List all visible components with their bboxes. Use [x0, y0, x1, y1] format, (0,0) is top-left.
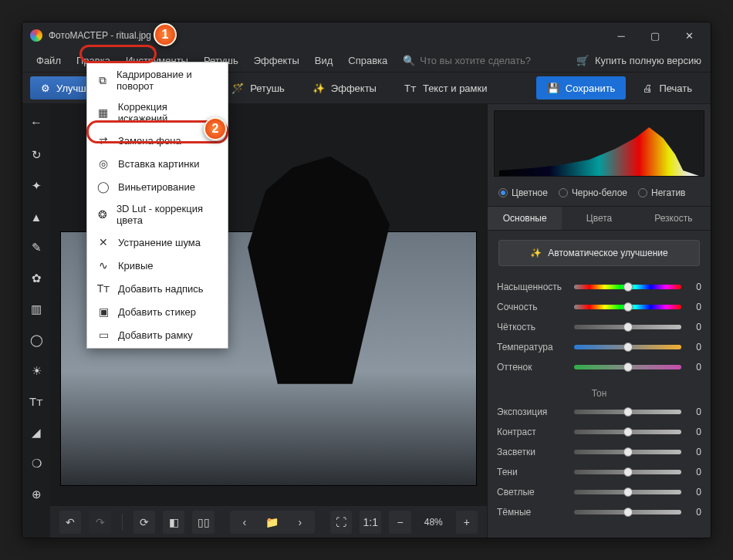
slider-value: 0 — [687, 467, 701, 477]
slider-row: Экспозиция0 — [497, 402, 701, 422]
dropdown-crop[interactable]: ⧉Кадрирование и поворот — [87, 64, 228, 96]
print-button[interactable]: 🖨 Печать — [632, 76, 703, 100]
slider-thumb[interactable] — [623, 363, 633, 372]
histogram — [494, 110, 704, 177]
back-button[interactable]: ← — [22, 110, 50, 135]
dropdown-item-label: 3D Lut - коррекция цвета — [117, 203, 218, 226]
fit-button[interactable]: ⛶ — [330, 511, 352, 534]
menu-help[interactable]: Справка — [340, 51, 395, 70]
auto-enhance-button[interactable]: ✨ Автоматическое улучшение — [498, 240, 700, 266]
dropdown-insert-image[interactable]: ◎Вставка картинки — [87, 152, 228, 175]
slider-label: Экспозиция — [497, 407, 568, 417]
dropdown-3dlut[interactable]: ❂3D Lut - коррекция цвета — [87, 198, 228, 231]
dropdown-vignette[interactable]: ◯Виньетирование — [87, 175, 228, 198]
slider-value: 0 — [687, 342, 701, 353]
compare-button[interactable]: ◧ — [163, 511, 184, 534]
tool-rotate-icon[interactable]: ↻ — [25, 144, 47, 166]
slider-label: Контраст — [497, 427, 568, 437]
tab-colors[interactable]: Цвета — [562, 207, 636, 230]
minimize-button[interactable]: ─ — [604, 24, 638, 47]
right-panel: Цветное Черно-белое Негатив Основные Цве… — [487, 104, 711, 538]
callout-1: 1 — [154, 23, 177, 46]
dropdown-item-label: Устранение шума — [118, 237, 201, 248]
slider-thumb[interactable] — [623, 447, 633, 457]
slider-track[interactable] — [574, 285, 681, 289]
dropdown-add-frame[interactable]: ▭Добавить рамку — [87, 323, 228, 346]
tool-target-icon[interactable]: ⊕ — [25, 484, 47, 505]
maximize-button[interactable]: ▢ — [638, 24, 672, 47]
radio-color[interactable]: Цветное — [498, 187, 548, 198]
slider-track[interactable] — [574, 470, 681, 474]
tool-sun-icon[interactable]: ☀ — [25, 360, 47, 382]
frame-icon: ▭ — [96, 328, 110, 342]
app-logo-icon — [30, 29, 42, 42]
slider-thumb[interactable] — [623, 487, 633, 497]
browse-button[interactable]: 📁 — [261, 511, 284, 534]
toolbar-text-button[interactable]: Tᴛ Текст и рамки — [394, 76, 498, 100]
menubar-search[interactable]: 🔍 Что вы хотите сделать? — [398, 55, 531, 66]
slider-row: Светлые0 — [497, 482, 701, 502]
radio-color-label: Цветное — [512, 187, 548, 198]
split-button[interactable]: ▯▯ — [192, 511, 214, 534]
save-button[interactable]: 💾 Сохранить — [536, 76, 627, 100]
close-button[interactable]: ✕ — [672, 24, 706, 47]
redo-button[interactable]: ↷ — [89, 511, 110, 534]
zoom-out-button[interactable]: − — [389, 511, 410, 534]
sticker-icon: ▣ — [96, 305, 110, 319]
tab-main[interactable]: Основные — [488, 207, 562, 230]
slider-row: Тени0 — [497, 462, 701, 482]
menu-view[interactable]: Вид — [307, 51, 341, 70]
tab-sharp[interactable]: Резкость — [637, 207, 711, 230]
buy-full-version-link[interactable]: 🛒 Купить полную версию — [576, 55, 704, 66]
slider-thumb[interactable] — [623, 427, 633, 437]
slider-track[interactable] — [574, 305, 681, 309]
tool-heal-icon[interactable]: ✦ — [25, 175, 47, 197]
tool-brush-icon[interactable]: ✎ — [25, 237, 47, 258]
slider-track[interactable] — [574, 365, 681, 369]
next-image-button[interactable]: › — [289, 511, 312, 534]
slider-label: Температура — [497, 342, 568, 353]
slider-thumb[interactable] — [623, 282, 633, 292]
tool-fill-icon[interactable]: ◢ — [25, 422, 47, 444]
refresh-button[interactable]: ⟳ — [133, 511, 155, 534]
callout-2: 2 — [204, 117, 227, 140]
toolbar-effects-button[interactable]: ✨ Эффекты — [302, 76, 387, 100]
tool-stamp-icon[interactable]: ▲ — [25, 206, 47, 228]
menu-effects[interactable]: Эффекты — [246, 51, 307, 70]
dropdown-item-label: Вставка картинки — [118, 158, 199, 170]
dropdown-item-label: Добавить рамку — [118, 329, 193, 341]
slider-thumb[interactable] — [623, 302, 633, 312]
tool-lasso-icon[interactable]: ❍ — [25, 453, 47, 474]
slider-value: 0 — [687, 487, 701, 498]
zoom-in-button[interactable]: + — [456, 511, 478, 534]
radio-bw[interactable]: Черно-белое — [559, 187, 627, 198]
tool-gear-icon[interactable]: ✿ — [25, 268, 47, 289]
toolbar-retouch-button[interactable]: 🪄 Ретушь — [221, 76, 296, 100]
tool-gradient-icon[interactable]: ▥ — [25, 299, 47, 320]
slider-thumb[interactable] — [623, 322, 633, 332]
slider-track[interactable] — [574, 450, 681, 454]
dropdown-add-text[interactable]: TᴛДобавить надпись — [87, 277, 228, 300]
slider-thumb[interactable] — [623, 407, 633, 417]
menu-file[interactable]: Файл — [29, 51, 69, 70]
dropdown-item-label: Кадрирование и поворот — [117, 69, 218, 92]
slider-row: Оттенок0 — [497, 357, 701, 377]
slider-track[interactable] — [574, 490, 681, 494]
slider-track[interactable] — [574, 430, 681, 434]
tool-vignette-icon[interactable]: ◯ — [25, 329, 47, 351]
dropdown-denoise[interactable]: ✕Устранение шума — [87, 231, 228, 254]
slider-track[interactable] — [574, 410, 681, 414]
prev-image-button[interactable]: ‹ — [233, 511, 256, 534]
slider-track[interactable] — [574, 325, 681, 329]
slider-thumb[interactable] — [623, 342, 633, 352]
dropdown-add-sticker[interactable]: ▣Добавить стикер — [87, 300, 228, 323]
slider-thumb[interactable] — [623, 467, 633, 477]
zoom-11-button[interactable]: 1:1 — [360, 511, 381, 534]
tool-text-icon[interactable]: Tᴛ — [25, 391, 47, 413]
slider-track[interactable] — [574, 510, 681, 514]
radio-negative[interactable]: Негатив — [638, 187, 685, 198]
dropdown-curves[interactable]: ∿Кривые — [87, 254, 228, 277]
slider-thumb[interactable] — [623, 508, 633, 517]
slider-track[interactable] — [574, 345, 681, 349]
undo-button[interactable]: ↶ — [59, 511, 81, 534]
